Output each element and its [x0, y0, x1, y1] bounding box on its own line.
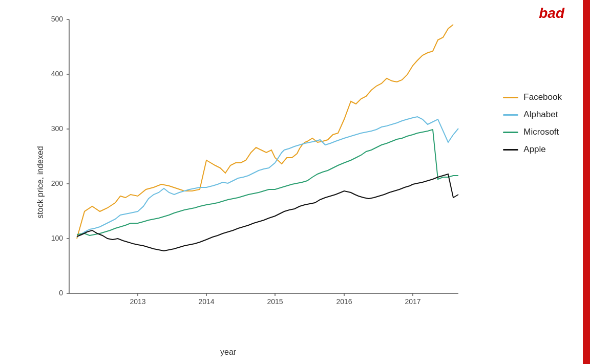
legend-label-facebook: Facebook [523, 92, 562, 102]
svg-text:2015: 2015 [267, 297, 283, 306]
svg-text:2013: 2013 [130, 297, 145, 306]
microsoft-line [77, 130, 458, 235]
svg-text:0: 0 [59, 289, 63, 297]
legend-label-microsoft: Microsoft [523, 127, 559, 137]
page-container: bad stock price, indexed year 0 100 200 … [0, 0, 590, 364]
legend-line-microsoft [503, 132, 518, 133]
legend-item-facebook: Facebook [503, 92, 562, 102]
legend-item-apple: Apple [503, 144, 562, 155]
legend: Facebook Alphabet Microsoft Apple [503, 92, 562, 155]
legend-label-apple: Apple [523, 144, 545, 155]
legend-item-microsoft: Microsoft [503, 127, 562, 137]
legend-label-alphabet: Alphabet [523, 110, 558, 120]
svg-text:200: 200 [51, 179, 64, 187]
svg-text:2016: 2016 [336, 297, 352, 306]
svg-text:2017: 2017 [405, 297, 420, 306]
chart-svg: 0 100 200 300 400 500 2013 2014 2015 [38, 14, 474, 337]
legend-line-apple [503, 149, 518, 151]
legend-item-alphabet: Alphabet [503, 110, 562, 120]
bad-label: bad [539, 5, 564, 22]
svg-text:2014: 2014 [198, 297, 214, 306]
svg-text:300: 300 [51, 124, 64, 133]
legend-line-alphabet [503, 114, 518, 116]
svg-text:100: 100 [51, 234, 64, 242]
legend-line-facebook [503, 97, 518, 98]
facebook-line [77, 25, 453, 239]
x-axis-label: year [220, 348, 236, 357]
svg-text:400: 400 [51, 70, 64, 78]
svg-text:500: 500 [51, 15, 64, 23]
red-bar [583, 0, 590, 364]
